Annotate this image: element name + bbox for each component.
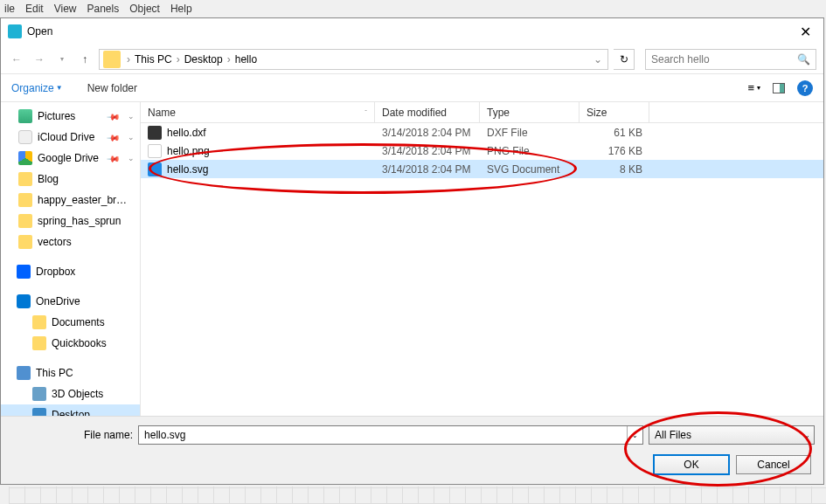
organize-dropdown-icon[interactable]: ▼ [56, 84, 63, 92]
pictures-icon [18, 109, 32, 123]
tree-item[interactable]: Dropbox [1, 261, 140, 282]
file-type: PNG File [480, 145, 580, 157]
col-date[interactable]: Date modified [375, 102, 480, 122]
col-name[interactable]: Nameˆ [141, 102, 375, 122]
close-icon[interactable]: ✕ [795, 24, 816, 40]
gdrive-icon [18, 151, 32, 165]
folder-icon [18, 214, 32, 228]
back-button[interactable]: ← [8, 51, 25, 68]
tree-label: Quickbooks [52, 337, 107, 349]
menu-ile[interactable]: ile [4, 3, 15, 15]
tree-item[interactable]: happy_easter_br… [1, 190, 140, 211]
crumb-desktop[interactable]: Desktop [183, 53, 225, 66]
tree-item[interactable]: iCloud Drive📌⌄ [1, 127, 140, 148]
tree-label: Dropbox [36, 266, 75, 278]
tree-item[interactable]: Pictures📌⌄ [1, 106, 140, 127]
nav-row: ← → ▾ ↑ › This PC › Desktop › hello ⌄ ↻ … [1, 45, 823, 74]
column-headers: Nameˆ Date modified Type Size [141, 102, 823, 123]
filename-input[interactable]: hello.svg ⌄ [138, 425, 643, 445]
folder-icon [32, 336, 46, 350]
preview-pane-button[interactable] [773, 83, 785, 93]
ok-button[interactable]: OK [654, 455, 729, 474]
file-row[interactable]: hello.dxf3/14/2018 2:04 PMDXF File61 KB [141, 123, 823, 142]
file-size: 61 KB [580, 127, 649, 139]
refresh-button[interactable]: ↻ [614, 49, 635, 70]
tree-item[interactable]: Documents [1, 312, 140, 333]
app-icon [8, 24, 22, 38]
tree-item[interactable]: Quickbooks [1, 333, 140, 354]
file-icon [148, 144, 162, 158]
file-icon [148, 126, 162, 140]
pin-icon: 📌 [107, 130, 121, 144]
menu-edit[interactable]: Edit [25, 3, 44, 15]
chevron-down-icon: ⌄ [128, 154, 135, 162]
tree-label: Pictures [38, 110, 75, 122]
file-name: hello.png [167, 145, 210, 157]
forward-button: → [31, 51, 48, 68]
folder-icon [18, 172, 32, 186]
recent-dropdown[interactable]: ▾ [53, 51, 71, 68]
file-size: 8 KB [580, 163, 649, 176]
titlebar: Open ✕ [1, 18, 823, 45]
organize-button[interactable]: Organize [11, 82, 54, 94]
menu-object[interactable]: Object [129, 3, 160, 15]
tree-item[interactable]: vectors [1, 231, 140, 252]
pin-icon: 📌 [107, 151, 121, 165]
tree-label: vectors [38, 236, 72, 248]
col-type[interactable]: Type [480, 102, 580, 122]
col-size[interactable]: Size [580, 102, 649, 122]
tree-item[interactable]: OneDrive [1, 291, 140, 312]
cancel-button[interactable]: Cancel [736, 455, 811, 474]
file-name: hello.svg [167, 163, 208, 176]
file-icon [148, 162, 162, 176]
app-menubar: ileEditViewPanelsObjectHelp [0, 0, 826, 17]
search-box[interactable]: 🔍 [645, 49, 816, 70]
tree-label: iCloud Drive [38, 131, 94, 143]
chevron-down-icon: ⌄ [128, 133, 135, 142]
search-input[interactable] [651, 53, 797, 66]
menu-panels[interactable]: Panels [87, 3, 120, 15]
breadcrumb-dropdown-icon[interactable]: ⌄ [588, 53, 607, 66]
tree-item[interactable]: Blog [1, 169, 140, 190]
view-mode-button[interactable]: ≡▾ [747, 81, 760, 94]
crumb-hello[interactable]: hello [233, 53, 259, 66]
search-icon: 🔍 [797, 53, 810, 66]
tree-item[interactable]: spring_has_sprun [1, 211, 140, 231]
file-name: hello.dxf [167, 127, 206, 139]
up-button[interactable]: ↑ [76, 51, 94, 68]
nav-tree: Pictures📌⌄iCloud Drive📌⌄Google Drive📌⌄Bl… [1, 102, 141, 446]
new-folder-button[interactable]: New folder [87, 82, 137, 94]
file-pane: Nameˆ Date modified Type Size hello.dxf3… [141, 102, 823, 446]
tree-label: happy_easter_br… [38, 194, 127, 206]
chevron-down-icon: ⌄ [128, 112, 135, 121]
crumb-thispc[interactable]: This PC [133, 53, 174, 66]
filetype-select[interactable]: All Files ⌄ [649, 425, 815, 445]
file-type: DXF File [480, 127, 580, 139]
onedrive-icon [17, 294, 31, 308]
pin-icon: 📌 [107, 109, 121, 123]
tree-label: Google Drive [38, 152, 99, 164]
pc-icon [17, 366, 31, 380]
folder-icon [18, 235, 32, 249]
obj-icon [32, 387, 46, 401]
open-dialog: Open ✕ ← → ▾ ↑ › This PC › Desktop › hel… [0, 17, 824, 485]
breadcrumb[interactable]: › This PC › Desktop › hello ⌄ [99, 49, 608, 70]
help-icon[interactable]: ? [797, 80, 813, 96]
tree-label: Blog [38, 173, 59, 185]
tree-item[interactable]: 3D Objects [1, 383, 140, 404]
filename-label: File name: [84, 429, 133, 441]
tree-item[interactable]: This PC [1, 362, 140, 383]
menu-view[interactable]: View [54, 3, 77, 15]
tree-label: Documents [52, 316, 105, 328]
menu-help[interactable]: Help [170, 3, 192, 15]
file-size: 176 KB [580, 145, 649, 157]
file-row[interactable]: hello.png3/14/2018 2:04 PMPNG File176 KB [141, 142, 823, 160]
file-row[interactable]: hello.svg3/14/2018 2:04 PMSVG Document8 … [141, 160, 823, 178]
folder-icon [103, 51, 121, 68]
filename-value: hello.svg [144, 429, 185, 441]
tree-label: OneDrive [36, 295, 80, 307]
folder-icon [32, 315, 46, 329]
dropbox-icon [17, 265, 31, 279]
tree-item[interactable]: Google Drive📌⌄ [1, 148, 140, 169]
filename-dropdown-icon[interactable]: ⌄ [627, 426, 642, 444]
